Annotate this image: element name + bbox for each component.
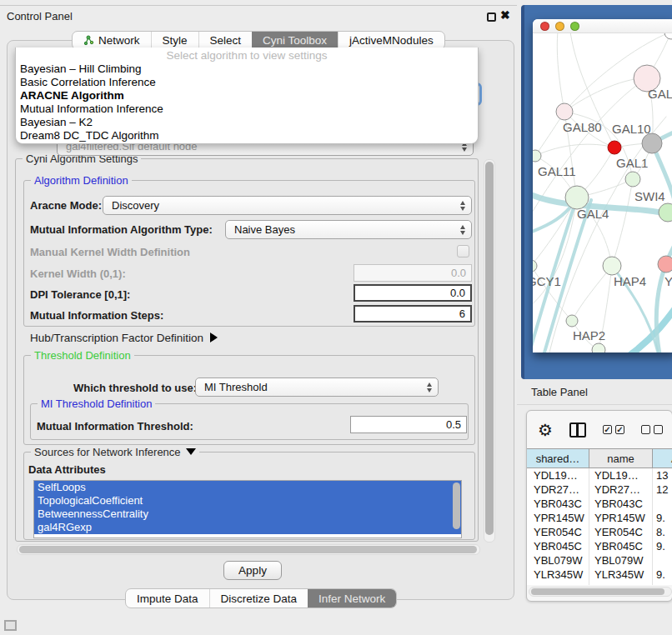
data-attributes-list[interactable]: SelfLoopsTopologicalCoefficientBetweenne… — [33, 480, 462, 538]
settings-vertical-scrollbar-thumb[interactable] — [485, 162, 494, 535]
network-node[interactable] — [642, 133, 662, 153]
tab-jactivemnodules-label: jActiveMNodules — [349, 34, 434, 47]
table-row[interactable]: YBR045CYBR045C9. — [527, 539, 672, 553]
manual-kernel-width-checkbox[interactable] — [457, 245, 469, 258]
data-attribute-item[interactable]: TopologicalCoefficient — [34, 494, 461, 508]
table-row[interactable]: YPR145WYPR145W9. — [527, 511, 672, 525]
sources-expander[interactable]: Sources for Network Inference — [31, 446, 199, 458]
network-node[interactable] — [659, 203, 672, 222]
tab-select[interactable]: Select — [198, 32, 253, 49]
network-node[interactable] — [658, 256, 672, 272]
threshold-definition-title: Threshold Definition — [31, 349, 134, 362]
mi-threshold-field[interactable]: 0.5 — [350, 416, 467, 433]
select-all-icon[interactable]: ✓✓ — [603, 425, 624, 434]
chevron-down-icon — [186, 448, 196, 455]
network-node[interactable] — [533, 150, 541, 162]
table-row[interactable]: YER054CYER054C8. — [527, 525, 672, 539]
close-icon[interactable]: ✖ — [500, 8, 510, 22]
network-node[interactable] — [608, 141, 621, 154]
gear-icon[interactable]: ⚙ — [538, 422, 553, 438]
algorithm-option[interactable]: Bayesian – K2 — [16, 116, 478, 129]
columns-icon[interactable] — [569, 422, 586, 438]
mi-algorithm-type-label: Mutual Information Algorithm Type: — [30, 223, 213, 236]
table-cell: 12 — [653, 482, 672, 497]
mi-algorithm-type-select[interactable]: Naive Bayes — [225, 220, 472, 239]
tab-select-label: Select — [210, 34, 242, 47]
network-node[interactable] — [625, 172, 640, 187]
apply-button-label: Apply — [238, 564, 267, 577]
network-node[interactable] — [566, 315, 578, 327]
table-cell: YER054C — [527, 525, 589, 539]
network-node[interactable] — [565, 186, 589, 209]
which-threshold-select[interactable]: MI Threshold — [195, 378, 439, 397]
minimized-panel-icon[interactable] — [4, 620, 17, 631]
settings-horizontal-scrollbar-thumb[interactable] — [19, 546, 477, 553]
tab-style-label: Style — [163, 34, 188, 47]
algorithm-option[interactable]: Basic Correlation Inference — [16, 76, 478, 89]
mi-threshold-value: 0.5 — [446, 418, 461, 431]
algorithm-option[interactable]: ARACNE Algorithm — [16, 89, 478, 102]
tab-discretize-data-label: Discretize Data — [221, 592, 298, 605]
table-toolbar: ⚙ ✓✓ — [527, 411, 672, 448]
hub-expander[interactable]: Hub/Transcription Factor Definition — [30, 332, 218, 344]
tab-jactivemnodules[interactable]: jActiveMNodules — [338, 32, 444, 49]
table-panel-titlebar: Table Panel — [517, 379, 672, 405]
apply-button[interactable]: Apply — [223, 561, 282, 580]
table-row[interactable]: YLR345WYLR345W9. — [527, 568, 672, 582]
dpi-tolerance-label: DPI Tolerance [0,1]: — [30, 288, 130, 301]
tab-cyni-toolbox-label: Cyni Toolbox — [263, 34, 327, 47]
algorithm-option[interactable]: Bayesian – Hill Climbing — [16, 62, 478, 76]
table-cell: YBR045C — [589, 539, 653, 553]
tab-cyni-toolbox[interactable]: Cyni Toolbox — [252, 32, 338, 49]
column-header-name[interactable]: name — [589, 449, 653, 468]
deselect-all-icon[interactable] — [641, 425, 663, 434]
network-node[interactable] — [603, 257, 621, 275]
network-window[interactable]: GALGAL80GAL10GAL11GAL1SWI4GAL4GCY1HAP4YH… — [533, 19, 672, 352]
table-cell: YLR345W — [527, 568, 589, 582]
control-panel-titlebar: Control Panel ✖ — [0, 5, 517, 27]
dpi-tolerance-value: 0.0 — [450, 287, 465, 299]
attributes-scrollbar[interactable] — [453, 482, 460, 529]
table-row[interactable]: YBR043CYBR043C — [527, 497, 672, 511]
algorithm-option[interactable]: Mutual Information Inference — [16, 102, 478, 116]
kernel-width-field[interactable]: 0.0 — [354, 264, 472, 282]
mac-close-button[interactable] — [540, 22, 549, 31]
column-header-shared-name[interactable]: shared… — [527, 449, 589, 468]
table-row[interactable]: YBL079WYBL079W — [527, 553, 672, 568]
table-row[interactable]: YDL19…YDL19…13 — [527, 468, 672, 482]
data-attribute-item[interactable]: gal4RGexp — [34, 521, 461, 534]
table-row[interactable]: YDR27…YDR27…12 — [527, 482, 672, 497]
table-body[interactable]: YDL19…YDL19…13YDR27…YDR27…12YBR043CYBR04… — [527, 468, 672, 585]
tab-network[interactable]: Network — [73, 32, 151, 49]
table-cell: 8. — [653, 525, 672, 539]
table-row[interactable]: YLL052CYLL052C9. — [527, 582, 672, 585]
tab-discretize-data[interactable]: Discretize Data — [209, 589, 308, 608]
network-node-label: Y — [664, 274, 672, 288]
column-header-partial[interactable]: A — [653, 449, 672, 468]
aracne-mode-select[interactable]: Discovery — [103, 196, 472, 215]
data-attribute-item[interactable]: BetweennessCentrality — [34, 508, 461, 521]
mac-minimize-button[interactable] — [555, 22, 564, 31]
algorithm-option[interactable]: Dream8 DC_TDC Algorithm — [16, 129, 478, 142]
tab-style[interactable]: Style — [151, 32, 198, 49]
network-icon — [83, 35, 94, 46]
network-edge — [533, 78, 647, 218]
network-node[interactable] — [556, 103, 573, 120]
checked-box-icon: ✓ — [615, 425, 624, 434]
tab-infer-network[interactable]: Infer Network — [308, 589, 396, 608]
mac-zoom-button[interactable] — [570, 22, 579, 31]
tab-impute-data[interactable]: Impute Data — [126, 589, 209, 608]
network-canvas[interactable]: GALGAL80GAL10GAL11GAL1SWI4GAL4GCY1HAP4YH… — [533, 33, 672, 352]
aracne-mode-value: Discovery — [112, 199, 159, 212]
network-node[interactable] — [592, 343, 605, 352]
manual-kernel-width-label: Manual Kernel Width Definition — [30, 246, 190, 258]
network-node-label: GAL11 — [538, 164, 576, 178]
float-window-icon[interactable] — [487, 12, 496, 22]
network-node[interactable] — [533, 260, 537, 272]
table-horizontal-scrollbar-thumb[interactable] — [531, 588, 664, 595]
dpi-tolerance-field[interactable]: 0.0 — [354, 284, 472, 302]
network-node[interactable] — [664, 33, 672, 39]
mi-steps-field[interactable]: 6 — [354, 305, 472, 322]
network-node-label: GAL80 — [563, 120, 602, 134]
data-attribute-item[interactable]: SelfLoops — [34, 481, 461, 494]
